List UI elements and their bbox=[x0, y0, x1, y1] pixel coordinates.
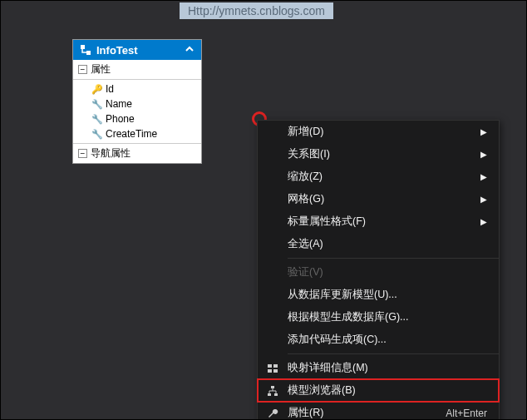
chevron-right-icon: ▶ bbox=[480, 195, 487, 204]
menu-item[interactable]: 关系图(I)▶ bbox=[258, 143, 499, 166]
menu-item[interactable]: 模型浏览器(B) bbox=[258, 379, 499, 402]
svg-rect-5 bbox=[273, 369, 278, 373]
menu-item[interactable]: 根据模型生成数据库(G)... bbox=[258, 306, 499, 329]
menu-item-label: 属性(R) bbox=[288, 406, 446, 420]
menu-separator bbox=[288, 353, 499, 354]
property-label: CreateTime bbox=[106, 128, 157, 140]
chevron-right-icon: ▶ bbox=[480, 127, 487, 136]
menu-shortcut: Alt+Enter bbox=[446, 408, 487, 419]
menu-item-label: 缩放(Z) bbox=[288, 170, 474, 184]
menu-item[interactable]: 标量属性格式(F)▶ bbox=[258, 210, 499, 233]
property-item-phone[interactable]: 🔧 Phone bbox=[73, 111, 201, 126]
chevron-right-icon: ▶ bbox=[480, 172, 487, 181]
menu-item[interactable]: 新增(D)▶ bbox=[258, 121, 499, 143]
entity-panel[interactable]: InfoTest − 属性 🔑 Id 🔧 Name 🔧 Phone 🔧 Crea… bbox=[72, 39, 202, 164]
entity-title: InfoTest bbox=[96, 44, 185, 57]
key-icon: 🔑 bbox=[91, 84, 101, 95]
menu-item[interactable]: 映射详细信息(M) bbox=[258, 357, 499, 379]
map-icon bbox=[266, 363, 279, 374]
menu-item: 验证(V) bbox=[258, 261, 499, 284]
menu-separator bbox=[288, 258, 499, 259]
wrench-icon: 🔧 bbox=[91, 129, 101, 140]
collapse-icon[interactable] bbox=[185, 43, 195, 57]
minus-icon[interactable]: − bbox=[78, 65, 87, 74]
menu-item[interactable]: 全选(A) bbox=[258, 233, 499, 255]
property-list: 🔑 Id 🔧 Name 🔧 Phone 🔧 CreateTime bbox=[73, 80, 201, 143]
svg-rect-3 bbox=[273, 364, 278, 368]
minus-icon[interactable]: − bbox=[78, 149, 87, 158]
chevron-right-icon: ▶ bbox=[480, 150, 487, 159]
menu-item-label: 验证(V) bbox=[288, 265, 487, 279]
menu-item-label: 映射详细信息(M) bbox=[288, 361, 487, 375]
menu-item-label: 添加代码生成项(C)... bbox=[288, 333, 487, 347]
menu-item-label: 模型浏览器(B) bbox=[288, 383, 487, 398]
properties-section-label: 属性 bbox=[91, 62, 111, 77]
menu-item[interactable]: 缩放(Z)▶ bbox=[258, 166, 499, 188]
menu-item-label: 新增(D) bbox=[288, 125, 474, 139]
svg-rect-7 bbox=[268, 393, 271, 396]
property-item-createtime[interactable]: 🔧 CreateTime bbox=[73, 126, 201, 141]
navigation-section-label: 导航属性 bbox=[91, 146, 131, 161]
menu-item-label: 根据模型生成数据库(G)... bbox=[288, 310, 487, 324]
svg-rect-1 bbox=[86, 51, 91, 55]
svg-rect-4 bbox=[268, 369, 272, 373]
property-label: Id bbox=[106, 83, 114, 95]
menu-item[interactable]: 属性(R)Alt+Enter bbox=[258, 402, 499, 420]
property-label: Name bbox=[106, 98, 132, 110]
menu-item-label: 关系图(I) bbox=[288, 147, 474, 161]
menu-item-label: 全选(A) bbox=[288, 237, 487, 251]
menu-item-label: 标量属性格式(F) bbox=[288, 215, 474, 229]
svg-rect-0 bbox=[81, 45, 85, 49]
menu-item[interactable]: 网格(G)▶ bbox=[258, 188, 499, 210]
svg-rect-2 bbox=[268, 364, 272, 368]
tree-icon bbox=[266, 385, 279, 397]
entity-icon bbox=[80, 44, 91, 56]
entity-header[interactable]: InfoTest bbox=[73, 40, 201, 60]
wrench-icon bbox=[266, 408, 279, 419]
properties-section-header[interactable]: − 属性 bbox=[73, 60, 201, 80]
menu-item[interactable]: 从数据库更新模型(U)... bbox=[258, 284, 499, 306]
watermark: Http://ymnets.cnblogs.com bbox=[180, 2, 333, 19]
menu-item[interactable]: 添加代码生成项(C)... bbox=[258, 329, 499, 351]
svg-rect-8 bbox=[274, 393, 278, 396]
wrench-icon: 🔧 bbox=[91, 114, 101, 125]
wrench-icon: 🔧 bbox=[91, 99, 101, 110]
property-label: Phone bbox=[106, 113, 135, 125]
property-item-name[interactable]: 🔧 Name bbox=[73, 96, 201, 111]
property-item-id[interactable]: 🔑 Id bbox=[73, 82, 201, 96]
navigation-section-header[interactable]: − 导航属性 bbox=[73, 143, 201, 163]
svg-rect-6 bbox=[271, 386, 274, 388]
chevron-right-icon: ▶ bbox=[480, 217, 487, 226]
context-menu: 新增(D)▶关系图(I)▶缩放(Z)▶网格(G)▶标量属性格式(F)▶全选(A)… bbox=[257, 120, 500, 420]
menu-item-label: 网格(G) bbox=[288, 192, 474, 206]
menu-item-label: 从数据库更新模型(U)... bbox=[288, 288, 487, 302]
